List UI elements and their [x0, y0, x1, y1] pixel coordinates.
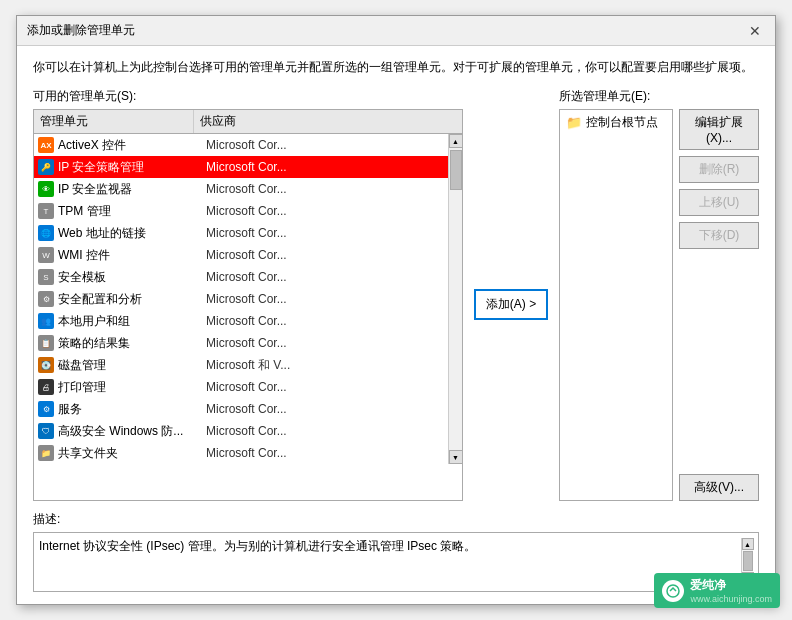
print-icon: 🖨 [38, 379, 54, 395]
available-snapins-list: 管理单元 供应商 AXActiveX 控件Microsoft Cor...🔑IP… [33, 109, 463, 501]
brand-url: www.aichunjing.com [690, 594, 772, 604]
description-box: Internet 协议安全性 (IPsec) 管理。为与别的计算机进行安全通讯管… [33, 532, 759, 592]
list-item-vendor: Microsoft Cor... [206, 292, 444, 306]
monitor-icon: 👁 [38, 181, 54, 197]
ip-security-icon: 🔑 [38, 159, 54, 175]
list-item[interactable]: 🖨打印管理Microsoft Cor... [34, 376, 448, 398]
watermark-icon [662, 580, 684, 602]
desc-scroll-thumb[interactable] [743, 551, 753, 571]
list-item-name: 安全配置和分析 [58, 291, 206, 308]
scroll-up-btn[interactable]: ▲ [449, 134, 463, 148]
list-item-name: IP 安全策略管理 [58, 159, 206, 176]
edit-extension-button[interactable]: 编辑扩展(X)... [679, 109, 759, 150]
description-area: 描述: Internet 协议安全性 (IPsec) 管理。为与别的计算机进行安… [33, 511, 759, 592]
right-panel-label: 所选管理单元(E): [559, 88, 759, 105]
description-text-content: Internet 协议安全性 (IPsec) 管理。为与别的计算机进行安全通讯管… [39, 538, 741, 555]
config-icon: ⚙ [38, 291, 54, 307]
list-item[interactable]: 👥本地用户和组Microsoft Cor... [34, 310, 448, 332]
scroll-track [449, 148, 462, 450]
add-button[interactable]: 添加(A) > [474, 289, 548, 320]
web-icon: 🌐 [38, 225, 54, 241]
col-vendor: 供应商 [194, 110, 462, 133]
description-label: 描述: [33, 511, 759, 528]
left-panel: 可用的管理单元(S): 管理单元 供应商 AXActiveX 控件Microso… [33, 88, 463, 501]
list-item-name: 共享文件夹 [58, 445, 206, 462]
list-item[interactable]: 🔑IP 安全策略管理Microsoft Cor... [34, 156, 448, 178]
list-item-vendor: Microsoft Cor... [206, 380, 444, 394]
list-item[interactable]: S安全模板Microsoft Cor... [34, 266, 448, 288]
disk-icon: 💽 [38, 357, 54, 373]
close-button[interactable]: ✕ [745, 21, 765, 41]
shared-icon: 📁 [38, 445, 54, 461]
list-item-name: 本地用户和组 [58, 313, 206, 330]
policy-icon: 📋 [38, 335, 54, 351]
list-item-name: 安全模板 [58, 269, 206, 286]
list-item[interactable]: 📁共享文件夹Microsoft Cor... [34, 442, 448, 464]
list-item-vendor: Microsoft 和 V... [206, 357, 444, 374]
right-content: 📁 控制台根节点 编辑扩展(X)... 删除(R) 上移(U) 下移(D) 高级… [559, 109, 759, 501]
list-item[interactable]: 🛡高级安全 Windows 防...Microsoft Cor... [34, 420, 448, 442]
list-item-vendor: Microsoft Cor... [206, 402, 444, 416]
delete-button[interactable]: 删除(R) [679, 156, 759, 183]
list-item-vendor: Microsoft Cor... [206, 226, 444, 240]
list-item-vendor: Microsoft Cor... [206, 138, 444, 152]
list-item-name: TPM 管理 [58, 203, 206, 220]
list-item-vendor: Microsoft Cor... [206, 424, 444, 438]
list-item[interactable]: AXActiveX 控件Microsoft Cor... [34, 134, 448, 156]
list-item[interactable]: 👁IP 安全监视器Microsoft Cor... [34, 178, 448, 200]
list-item-name: 高级安全 Windows 防... [58, 423, 206, 440]
dialog: 添加或删除管理单元 ✕ 你可以在计算机上为此控制台选择可用的管理单元并配置所选的… [16, 15, 776, 605]
dialog-title: 添加或删除管理单元 [27, 22, 135, 39]
move-down-button[interactable]: 下移(D) [679, 222, 759, 249]
brand-icon [666, 584, 680, 598]
spacer [679, 255, 759, 468]
right-buttons: 编辑扩展(X)... 删除(R) 上移(U) 下移(D) 高级(V)... [679, 109, 759, 501]
tree-root-item: 📁 控制台根节点 [560, 110, 672, 135]
scroll-thumb[interactable] [450, 150, 462, 190]
users-icon: 👥 [38, 313, 54, 329]
watermark-text: 爱纯净 www.aichunjing.com [690, 577, 772, 604]
brand-name: 爱纯净 [690, 577, 772, 594]
list-scrollbar[interactable]: ▲ ▼ [448, 134, 462, 464]
list-item[interactable]: WWMI 控件Microsoft Cor... [34, 244, 448, 266]
list-item-name: 打印管理 [58, 379, 206, 396]
list-item-vendor: Microsoft Cor... [206, 270, 444, 284]
title-bar: 添加或删除管理单元 ✕ [17, 16, 775, 46]
list-item[interactable]: 💽磁盘管理Microsoft 和 V... [34, 354, 448, 376]
services-icon: ⚙ [38, 401, 54, 417]
list-item-name: WMI 控件 [58, 247, 206, 264]
move-up-button[interactable]: 上移(U) [679, 189, 759, 216]
list-item[interactable]: ⚙安全配置和分析Microsoft Cor... [34, 288, 448, 310]
chip-icon: T [38, 203, 54, 219]
wmi-icon: W [38, 247, 54, 263]
list-wrapper: AXActiveX 控件Microsoft Cor...🔑IP 安全策略管理Mi… [34, 134, 462, 464]
list-item-name: 策略的结果集 [58, 335, 206, 352]
list-scrollable: AXActiveX 控件Microsoft Cor...🔑IP 安全策略管理Mi… [34, 134, 448, 464]
list-item-vendor: Microsoft Cor... [206, 314, 444, 328]
dialog-body: 你可以在计算机上为此控制台选择可用的管理单元并配置所选的一组管理单元。对于可扩展… [17, 46, 775, 604]
list-item[interactable]: 📋策略的结果集Microsoft Cor... [34, 332, 448, 354]
list-item[interactable]: 🌐Web 地址的链接Microsoft Cor... [34, 222, 448, 244]
scroll-down-btn[interactable]: ▼ [449, 450, 463, 464]
intro-text: 你可以在计算机上为此控制台选择可用的管理单元并配置所选的一组管理单元。对于可扩展… [33, 58, 759, 76]
desc-scroll-up[interactable]: ▲ [742, 538, 754, 550]
advanced-button[interactable]: 高级(V)... [679, 474, 759, 501]
list-item-vendor: Microsoft Cor... [206, 446, 444, 460]
activex-icon: AX [38, 137, 54, 153]
svg-point-0 [667, 585, 679, 597]
watermark: 爱纯净 www.aichunjing.com [654, 573, 780, 608]
list-header: 管理单元 供应商 [34, 110, 462, 134]
list-item[interactable]: TTPM 管理Microsoft Cor... [34, 200, 448, 222]
list-item-vendor: Microsoft Cor... [206, 182, 444, 196]
main-area: 可用的管理单元(S): 管理单元 供应商 AXActiveX 控件Microso… [33, 88, 759, 501]
folder-icon: 📁 [566, 115, 582, 131]
list-item-name: 服务 [58, 401, 206, 418]
list-item-vendor: Microsoft Cor... [206, 336, 444, 350]
list-item-vendor: Microsoft Cor... [206, 160, 444, 174]
tree-root-label: 控制台根节点 [586, 114, 658, 131]
list-item-name: Web 地址的链接 [58, 225, 206, 242]
col-name: 管理单元 [34, 110, 194, 133]
list-item-name: 磁盘管理 [58, 357, 206, 374]
desc-scroll-track [742, 550, 753, 572]
list-item[interactable]: ⚙服务Microsoft Cor... [34, 398, 448, 420]
